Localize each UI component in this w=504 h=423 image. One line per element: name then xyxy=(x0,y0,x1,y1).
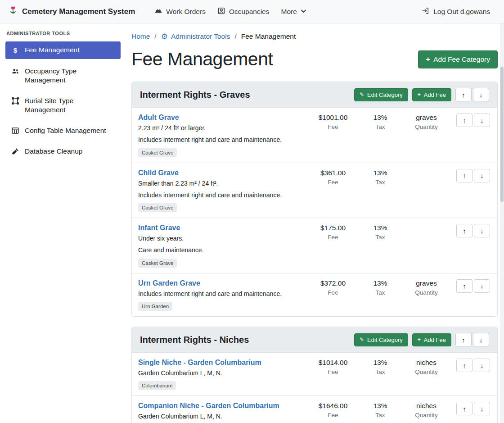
pencil-icon: ✎ xyxy=(360,337,364,343)
arrow-up-icon: ↑ xyxy=(463,282,466,290)
sidebar-item-label: Config Table Management xyxy=(25,126,106,135)
quantity-column: graves Quantity xyxy=(400,278,452,296)
fee-name-link[interactable]: Companion Niche - Garden Columbarium xyxy=(138,402,279,410)
tax-rate: 13% xyxy=(360,359,400,367)
fee-name-link[interactable]: Adult Grave xyxy=(138,114,179,122)
move-fee-down-button[interactable]: ↓ xyxy=(474,402,490,415)
move-category-up-button[interactable]: ↑ xyxy=(455,333,472,346)
fee-info: Adult Grave 2.23 m² / 24 ft² or larger. … xyxy=(138,113,306,157)
move-fee-down-button[interactable]: ↓ xyxy=(474,169,490,182)
vertical-scrollbar-thumb[interactable] xyxy=(500,67,504,202)
quantity-column: Quantity xyxy=(400,168,452,169)
move-fee-up-button[interactable]: ↑ xyxy=(456,169,472,182)
broom-icon xyxy=(11,147,20,155)
edit-category-button[interactable]: ✎ Edit Category xyxy=(354,88,408,101)
fee-name-link[interactable]: Infant Grave xyxy=(138,224,180,232)
move-category-down-button[interactable]: ↓ xyxy=(473,333,489,346)
vertical-scrollbar-track[interactable] xyxy=(500,23,504,423)
plus-icon: + xyxy=(418,91,421,98)
sidebar-heading: ADMINISTRATOR TOOLS xyxy=(6,31,120,36)
fee-amount: $372.00 xyxy=(306,279,360,287)
move-fee-up-button[interactable]: ↑ xyxy=(456,279,472,293)
fee-badge-wrap: Columbarium xyxy=(138,381,302,390)
fee-amount-label: Fee xyxy=(306,368,360,375)
fee-type-badge: Casket Grave xyxy=(138,203,177,212)
logout-button[interactable]: Log Out d.gowans xyxy=(416,3,496,20)
breadcrumb-home-label: Home xyxy=(131,32,150,41)
fee-amount-column: $372.00 Fee xyxy=(306,278,360,296)
fee-name-link[interactable]: Urn Garden Grave xyxy=(138,279,200,287)
fee-row: Adult Grave 2.23 m² / 24 ft² or larger. … xyxy=(132,108,497,163)
category-reorder-group: ↑ ↓ xyxy=(455,88,489,101)
tax-column: 13% Tax xyxy=(360,401,400,418)
tax-rate: 13% xyxy=(360,279,400,287)
arrow-down-icon: ↓ xyxy=(479,336,483,344)
fee-description: Smaller than 2.23 m² / 24 ft². xyxy=(138,179,302,188)
fee-reorder-group: ↑ ↓ xyxy=(455,169,490,182)
add-fee-button[interactable]: + Add Fee xyxy=(412,88,451,101)
quantity-column: niches Quantity xyxy=(400,358,452,375)
sidebar-item-occupancy-type-management[interactable]: Occupancy Type Management xyxy=(5,63,121,89)
sidebar-item-label: Database Cleanup xyxy=(25,147,82,156)
logout-icon xyxy=(422,7,430,17)
fee-amount: $1001.00 xyxy=(306,114,360,122)
category-actions: ✎ Edit Category + Add Fee ↑ ↓ xyxy=(354,333,489,346)
pencil-icon: ✎ xyxy=(360,91,364,98)
quantity-column: graves Quantity xyxy=(400,113,452,130)
fee-info: Infant Grave Under six years. Care and m… xyxy=(138,223,306,268)
sidebar-item-burial-site-type-management[interactable]: Burial Site Type Management xyxy=(5,92,121,118)
tax-rate: 13% xyxy=(360,402,400,410)
fee-name-link[interactable]: Child Grave xyxy=(138,169,179,177)
sidebar-item-config-table-management[interactable]: Config Table Management xyxy=(5,122,121,139)
add-fee-category-button[interactable]: + Add Fee Category xyxy=(418,50,498,68)
fee-badge-wrap: Casket Grave xyxy=(138,203,302,212)
sidebar-item-fee-management[interactable]: $ Fee Management xyxy=(5,41,121,59)
move-fee-up-button[interactable]: ↑ xyxy=(456,402,472,415)
nav-work-orders-label: Work Orders xyxy=(166,8,206,16)
add-fee-button[interactable]: + Add Fee xyxy=(412,333,451,346)
chevron-down-icon xyxy=(301,7,306,16)
category-actions: ✎ Edit Category + Add Fee ↑ ↓ xyxy=(354,88,489,101)
move-category-up-button[interactable]: ↑ xyxy=(455,88,472,101)
fee-row: Companion Niche - Garden Columbarium Gar… xyxy=(132,396,497,423)
move-fee-down-button[interactable]: ↓ xyxy=(474,279,490,293)
move-fee-up-button[interactable]: ↑ xyxy=(456,114,472,127)
fee-amount-label: Fee xyxy=(306,289,360,296)
brand-title: Cemetery Management System xyxy=(22,7,135,16)
fee-amount-label: Fee xyxy=(306,412,360,418)
category-list: Interment Rights - Graves ✎ Edit Categor… xyxy=(131,82,498,423)
table-icon xyxy=(11,127,20,135)
edit-category-button[interactable]: ✎ Edit Category xyxy=(354,333,408,346)
app-brand[interactable]: Cemetery Management System xyxy=(8,5,135,18)
fee-reorder-group: ↑ ↓ xyxy=(455,359,490,372)
move-fee-up-button[interactable]: ↑ xyxy=(456,359,472,372)
move-fee-down-button[interactable]: ↓ xyxy=(474,114,490,127)
fee-description: Garden Columbarium L, M, N. xyxy=(138,412,302,421)
fee-amount-label: Fee xyxy=(306,234,360,241)
person-card-icon xyxy=(217,7,225,17)
nav-occupancies[interactable]: Occupancies xyxy=(212,3,275,20)
tax-label: Tax xyxy=(360,179,400,186)
breadcrumb-admin-tools-link[interactable]: ⚙ Administrator Tools xyxy=(161,32,230,41)
tax-column: 13% Tax xyxy=(360,278,400,296)
fee-reorder-group: ↑ ↓ xyxy=(455,114,490,127)
move-fee-down-button[interactable]: ↓ xyxy=(474,359,490,372)
add-fee-label: Add Fee xyxy=(424,337,446,343)
sidebar-item-database-cleanup[interactable]: Database Cleanup xyxy=(5,143,121,160)
fee-reorder-group: ↑ ↓ xyxy=(455,402,490,415)
tax-label: Tax xyxy=(360,234,400,241)
fee-type-badge: Urn Garden xyxy=(138,302,172,311)
nav-more[interactable]: More xyxy=(275,4,312,19)
arrow-up-icon: ↑ xyxy=(463,362,466,369)
arrow-down-icon: ↓ xyxy=(480,362,484,369)
nav-work-orders[interactable]: Work Orders xyxy=(148,3,212,20)
move-fee-up-button[interactable]: ↑ xyxy=(456,224,472,237)
arrow-down-icon: ↓ xyxy=(480,282,484,290)
fee-info: Urn Garden Grave Includes interment righ… xyxy=(138,278,306,311)
quantity-column: niches Quantity xyxy=(400,401,452,418)
move-fee-down-button[interactable]: ↓ xyxy=(474,224,490,237)
move-category-down-button[interactable]: ↓ xyxy=(473,88,489,101)
fee-name-link[interactable]: Single Niche - Garden Columbarium xyxy=(138,359,261,367)
sidebar-item-label: Fee Management xyxy=(25,45,80,55)
breadcrumb-home-link[interactable]: Home xyxy=(131,32,150,41)
